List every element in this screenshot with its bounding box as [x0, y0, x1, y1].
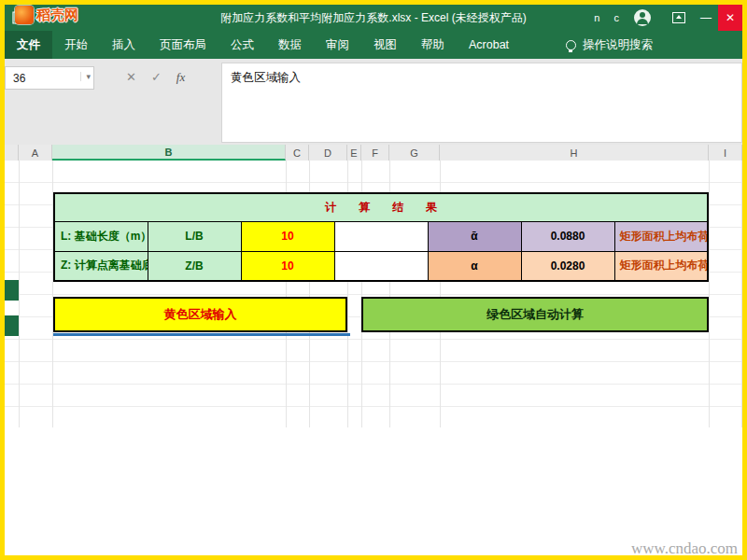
logo-icon	[15, 6, 34, 24]
column-header-b[interactable]: B	[52, 145, 286, 161]
close-button[interactable]: ✕	[718, 5, 742, 31]
yellow-input-legend-button[interactable]: 黄色区域输入	[53, 297, 347, 332]
insert-function-icon[interactable]: fx	[176, 70, 185, 85]
select-all-corner[interactable]	[5, 145, 19, 161]
column-header-g[interactable]: G	[389, 145, 440, 161]
tell-me-search[interactable]: 操作说明搜索	[566, 37, 653, 53]
column-header-a[interactable]: A	[19, 145, 52, 161]
lightbulb-icon	[566, 40, 576, 50]
tab-home[interactable]: 开始	[52, 31, 100, 59]
filled-cell-left	[5, 315, 19, 336]
column-header-row: A B C D E F G H I	[5, 145, 742, 161]
green-auto-calc-legend-button[interactable]: 绿色区域自动计算	[361, 297, 709, 332]
ribbon-display-options-icon[interactable]	[672, 12, 685, 23]
site-watermark: www.cndao.com	[631, 539, 738, 558]
window-controls: n c — ✕	[594, 5, 742, 31]
tab-file[interactable]: 文件	[5, 31, 52, 59]
column-header-d[interactable]: D	[309, 145, 347, 161]
name-box-dropdown-icon[interactable]: ▾	[80, 72, 91, 81]
enter-icon[interactable]: ✓	[151, 70, 162, 84]
symbol-cell: ᾱ	[428, 221, 521, 251]
description-cell: 矩形面积上均布荷载作用下角点的附加应力系数	[614, 251, 708, 281]
name-box[interactable]: 36 ▾	[5, 66, 94, 90]
formula-bar-buttons: ✕ ✓ fx	[126, 66, 185, 88]
formula-bar-region: 36 ▾ ✕ ✓ fx 黄色区域输入	[5, 59, 742, 146]
tab-data[interactable]: 数据	[266, 31, 314, 59]
watermark-logo: 稻壳网	[15, 6, 78, 24]
cancel-icon[interactable]: ✕	[126, 70, 136, 84]
description-cell: 矩形面积上均布荷载作用下角点的平均附加应力系数	[614, 221, 708, 251]
table-row: Z: 计算点离基础底面垂直距离（m） Z/B 10 α 0.0280 矩形面积上…	[54, 251, 708, 281]
tab-insert[interactable]: 插入	[100, 31, 148, 59]
column-header-i[interactable]: I	[709, 145, 742, 161]
tab-help[interactable]: 帮助	[409, 31, 457, 59]
input-value-cell[interactable]: 10	[241, 221, 334, 251]
column-header-f[interactable]: F	[361, 145, 389, 161]
ratio-label-cell: Z/B	[148, 251, 241, 281]
row-label-cell: L: 基础长度（m） B: 基础宽度（m）	[54, 221, 148, 251]
row-label-cell: Z: 计算点离基础底面垂直距离（m）	[54, 251, 148, 281]
excel-window: ↺ ▾ 附加应力系数和平均附加应力系数.xlsx - Excel (未经授权产品…	[0, 0, 747, 560]
spacer-cell	[334, 221, 428, 251]
calc-table-title: 计 算 结 果	[54, 193, 708, 221]
tab-formulas[interactable]: 公式	[218, 31, 266, 59]
tab-view[interactable]: 视图	[361, 31, 409, 59]
column-header-e[interactable]: E	[347, 145, 361, 161]
table-row: L: 基础长度（m） B: 基础宽度（m） L/B 10 ᾱ 0.0880 矩形…	[54, 221, 708, 251]
filled-cell-left	[5, 280, 19, 301]
tab-review[interactable]: 审阅	[314, 31, 361, 59]
account-label[interactable]: n c	[594, 12, 625, 23]
title-bar: ↺ ▾ 附加应力系数和平均附加应力系数.xlsx - Excel (未经授权产品…	[5, 5, 742, 31]
active-cell-selection-line	[53, 333, 350, 336]
column-header-h[interactable]: H	[440, 145, 709, 161]
tab-acrobat[interactable]: Acrobat	[457, 31, 521, 59]
spacer-cell	[334, 251, 428, 281]
ribbon-tab-bar: 文件 开始 插入 页面布局 公式 数据 审阅 视图 帮助 Acrobat 操作说…	[5, 31, 742, 59]
name-box-value: 36	[13, 72, 25, 85]
sheet-grid: 计 算 结 果 L: 基础长度（m） B: 基础宽度（m） L/B 10 ᾱ 0…	[5, 161, 742, 555]
tell-me-label: 操作说明搜索	[583, 37, 653, 53]
result-cell: 0.0280	[521, 251, 614, 281]
formula-input[interactable]: 黄色区域输入	[221, 63, 742, 143]
input-value-cell[interactable]: 10	[241, 251, 334, 281]
result-cell: 0.0880	[521, 221, 614, 251]
user-avatar-icon[interactable]	[634, 9, 651, 26]
minimize-button[interactable]: —	[694, 5, 718, 31]
column-header-c[interactable]: C	[286, 145, 309, 161]
ratio-label-cell: L/B	[148, 221, 241, 251]
logo-text: 稻壳网	[36, 7, 78, 24]
tab-page-layout[interactable]: 页面布局	[148, 31, 218, 59]
calc-table: 计 算 结 果 L: 基础长度（m） B: 基础宽度（m） L/B 10 ᾱ 0…	[53, 192, 709, 282]
symbol-cell: α	[428, 251, 521, 281]
